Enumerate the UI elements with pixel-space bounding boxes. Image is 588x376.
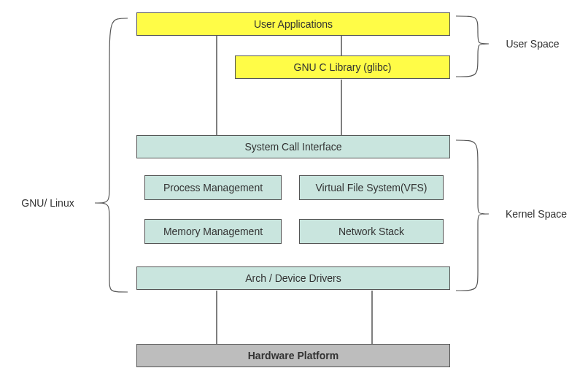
architecture-diagram: GNU/ Linux User Space Kernel Space User …	[0, 0, 588, 376]
box-virtual-file-system: Virtual File System(VFS)	[299, 175, 444, 200]
box-network-stack: Network Stack	[299, 219, 444, 244]
box-glibc: GNU C Library (glibc)	[235, 55, 450, 79]
label-user-space: User Space	[492, 38, 573, 50]
box-hardware-platform: Hardware Platform	[136, 344, 450, 367]
label-kernel-space: Kernel Space	[492, 208, 580, 220]
label-gnulinux: GNU/ Linux	[6, 197, 90, 209]
brace-kernel-space	[456, 140, 489, 291]
box-system-call-interface: System Call Interface	[136, 135, 450, 158]
box-process-management: Process Management	[144, 175, 282, 200]
box-user-applications: User Applications	[136, 12, 450, 36]
brace-gnulinux	[95, 18, 128, 292]
brace-user-space	[456, 16, 489, 77]
box-arch-device-drivers: Arch / Device Drivers	[136, 266, 450, 290]
box-memory-management: Memory Management	[144, 219, 282, 244]
